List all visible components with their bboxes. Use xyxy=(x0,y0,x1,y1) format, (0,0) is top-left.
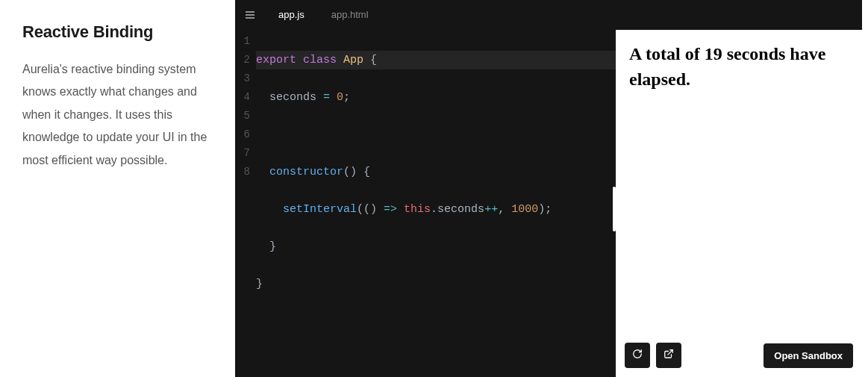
open-sandbox-button[interactable]: Open Sandbox xyxy=(764,343,853,368)
svg-line-3 xyxy=(668,350,672,355)
line-gutter: 12345678 xyxy=(235,32,256,377)
description-panel: Reactive Binding Aurelia's reactive bind… xyxy=(0,0,235,377)
code-content: export class App { seconds = 0; construc… xyxy=(256,32,616,377)
menu-icon[interactable] xyxy=(235,0,265,30)
refresh-icon xyxy=(632,349,643,362)
tab-app-html[interactable]: app.html xyxy=(318,0,382,30)
preview-seconds: 19 xyxy=(705,44,722,63)
code-editor[interactable]: 12345678 export class App { seconds = 0;… xyxy=(235,30,616,377)
open-new-window-button[interactable] xyxy=(656,343,681,368)
tab-label: app.js xyxy=(278,9,305,20)
resize-handle[interactable] xyxy=(613,187,616,231)
section-heading: Reactive Binding xyxy=(22,22,213,42)
editor-body: 12345678 export class App { seconds = 0;… xyxy=(235,30,862,377)
preview-pane: A total of 19 seconds have elapsed. xyxy=(616,30,862,377)
section-paragraph: Aurelia's reactive binding system knows … xyxy=(22,58,213,172)
refresh-button[interactable] xyxy=(625,343,650,368)
tab-app-js[interactable]: app.js xyxy=(265,0,318,30)
external-link-icon xyxy=(664,349,674,362)
tab-bar: app.js app.html xyxy=(235,0,862,30)
tab-label: app.html xyxy=(331,9,369,20)
open-sandbox-label: Open Sandbox xyxy=(774,350,843,361)
preview-text-prefix: A total of xyxy=(629,44,705,63)
preview-output: A total of 19 seconds have elapsed. xyxy=(616,30,862,104)
preview-footer: Open Sandbox xyxy=(625,343,853,368)
code-sandbox: app.js app.html 12345678 export class Ap… xyxy=(235,0,862,377)
